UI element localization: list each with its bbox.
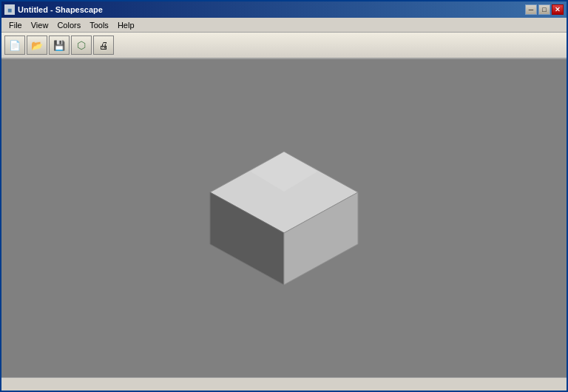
new-icon — [9, 39, 21, 51]
print-button[interactable] — [93, 36, 114, 55]
menu-colors[interactable]: Colors — [53, 19, 85, 31]
status-text — [4, 380, 7, 388]
app-icon: ■ — [4, 4, 15, 15]
status-bar — [1, 377, 567, 391]
open-button[interactable] — [27, 36, 47, 55]
title-bar: ■ Untitled - Shapescape ─ □ ✕ — [1, 1, 567, 18]
toolbar — [1, 33, 567, 59]
menu-help[interactable]: Help — [113, 19, 139, 31]
cube-icon — [77, 39, 86, 51]
new-button[interactable] — [4, 36, 25, 55]
title-bar-left: ■ Untitled - Shapescape — [4, 4, 103, 15]
canvas-area[interactable] — [1, 59, 567, 377]
save-icon — [53, 39, 65, 51]
minimize-button[interactable]: ─ — [525, 4, 537, 15]
menu-file[interactable]: File — [4, 19, 27, 31]
maximize-button[interactable]: □ — [538, 4, 550, 15]
menu-tools[interactable]: Tools — [85, 19, 113, 31]
close-button[interactable]: ✕ — [552, 4, 564, 15]
cube-container — [203, 144, 365, 292]
menu-bar: File View Colors Tools Help — [1, 18, 567, 33]
cube-svg — [203, 144, 365, 292]
insert-shape-button[interactable] — [71, 36, 92, 55]
print-icon — [99, 39, 109, 51]
title-bar-buttons: ─ □ ✕ — [525, 4, 564, 15]
save-button[interactable] — [49, 36, 70, 55]
open-icon — [31, 39, 43, 51]
window-title: Untitled - Shapescape — [18, 5, 103, 14]
main-window: ■ Untitled - Shapescape ─ □ ✕ File View … — [0, 0, 568, 392]
menu-view[interactable]: View — [27, 19, 53, 31]
